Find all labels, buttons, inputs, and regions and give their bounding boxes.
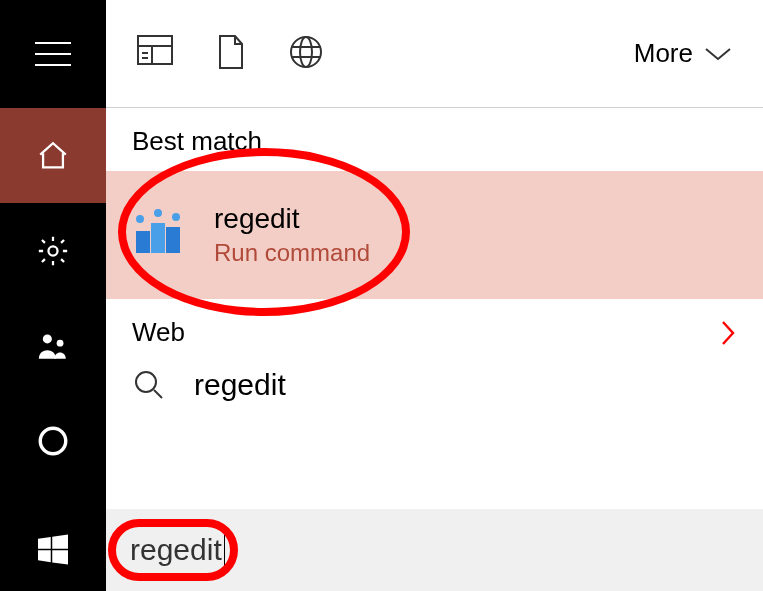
search-value: regedit	[130, 533, 222, 567]
web-result-label: regedit	[194, 368, 286, 402]
svg-point-19	[136, 372, 156, 392]
filter-page-button[interactable]	[136, 34, 174, 74]
filter-file-button[interactable]	[216, 34, 246, 74]
svg-point-2	[57, 339, 64, 346]
people-icon	[36, 329, 70, 363]
home-icon	[36, 139, 70, 173]
svg-rect-15	[166, 227, 180, 253]
chevron-down-icon	[703, 45, 733, 63]
chevron-right-icon	[719, 318, 737, 348]
svg-point-10	[300, 37, 312, 67]
file-icon	[216, 34, 246, 70]
menu-button[interactable]	[0, 0, 106, 108]
search-icon	[132, 368, 166, 402]
svg-rect-14	[151, 223, 165, 253]
svg-point-3	[40, 428, 66, 454]
globe-icon	[288, 34, 324, 70]
people-button[interactable]	[0, 298, 106, 393]
hamburger-icon	[35, 42, 71, 66]
start-sidebar	[0, 0, 106, 591]
svg-rect-4	[138, 36, 172, 64]
start-button[interactable]	[0, 509, 106, 591]
svg-point-1	[43, 334, 52, 343]
result-title: regedit	[214, 203, 370, 235]
svg-point-18	[172, 213, 180, 221]
svg-point-9	[291, 37, 321, 67]
svg-rect-13	[136, 231, 150, 253]
svg-point-0	[48, 246, 57, 255]
cortana-icon	[36, 424, 70, 458]
filter-web-button[interactable]	[288, 34, 324, 74]
svg-point-17	[154, 209, 162, 217]
more-filters-button[interactable]: More	[634, 38, 733, 69]
page-icon	[136, 34, 174, 66]
web-section[interactable]: Web	[106, 299, 763, 348]
home-button[interactable]	[0, 108, 106, 203]
web-header-label: Web	[132, 317, 185, 348]
settings-button[interactable]	[0, 203, 106, 298]
best-match-header: Best match	[106, 108, 763, 171]
filter-bar: More	[106, 0, 763, 108]
best-match-result[interactable]: regedit Run command	[106, 171, 763, 299]
svg-point-16	[136, 215, 144, 223]
text-caret	[224, 534, 225, 566]
windows-icon	[35, 532, 71, 568]
more-label: More	[634, 38, 693, 69]
result-subtitle: Run command	[214, 239, 370, 267]
svg-line-20	[154, 390, 162, 398]
cortana-button[interactable]	[0, 393, 106, 488]
search-panel: More Best match regedit Run command Web	[106, 0, 763, 591]
search-input[interactable]: regedit	[106, 509, 763, 591]
regedit-icon	[132, 205, 188, 265]
gear-icon	[36, 234, 70, 268]
web-result[interactable]: regedit	[106, 348, 763, 422]
